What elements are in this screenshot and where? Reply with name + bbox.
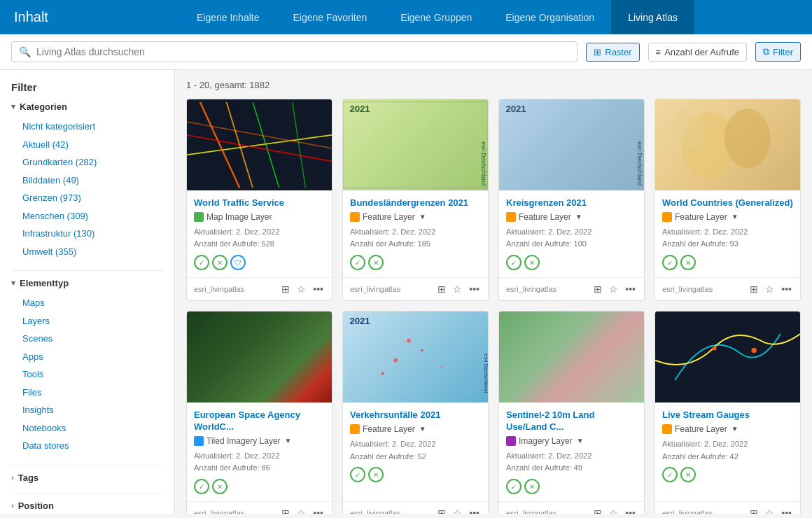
badge-check-2-0: ✓ — [506, 255, 522, 270]
card-add-button-verkehrsunfaelle[interactable]: ⊞ — [436, 506, 447, 514]
card-title-world-countries[interactable]: World Countries (Generalized) — [662, 197, 793, 209]
card-actions-live-stream: ⊞ ☆ ••• — [748, 506, 793, 514]
card-add-button-esa-worldc[interactable]: ⊞ — [280, 506, 291, 514]
card-more-button-world-traffic[interactable]: ••• — [312, 282, 325, 296]
nav-eigene-gruppen[interactable]: Eigene Gruppen — [384, 0, 489, 34]
card-favorite-button-bundeslaender[interactable]: ☆ — [451, 282, 463, 296]
type-dropdown-sentinel[interactable]: ▼ — [577, 437, 584, 444]
card-meta-world-countries: Aktualisiert: 2. Dez. 2022 Anzahl der Au… — [662, 226, 793, 251]
card-actions-bundeslaender: ⊞ ☆ ••• — [436, 282, 481, 296]
card-favorite-button-sentinel[interactable]: ☆ — [608, 506, 620, 514]
card-title-kreisgrenzen[interactable]: Kreisgrenzen 2021 — [506, 197, 637, 209]
type-dropdown-verkehrsunfaelle[interactable]: ▼ — [419, 425, 426, 433]
card-add-button-kreisgrenzen[interactable]: ⊞ — [592, 282, 603, 296]
card-more-button-verkehrsunfaelle[interactable]: ••• — [468, 506, 481, 514]
anzahl-view-button[interactable]: ≡ Anzahl der Aufrufe — [648, 43, 748, 62]
filter-grundkarten[interactable]: Grundkarten (282) — [11, 153, 163, 172]
card-more-button-live-stream[interactable]: ••• — [780, 506, 793, 514]
badge-cross-1-1: ✕ — [368, 255, 384, 270]
type-dropdown-live-stream[interactable]: ▼ — [732, 425, 738, 433]
card-owner-esa-worldc: esri_livingatlas — [194, 509, 244, 514]
card-favorite-button-live-stream[interactable]: ☆ — [764, 506, 776, 514]
card-more-button-bundeslaender[interactable]: ••• — [468, 282, 481, 296]
card-meta-world-traffic: Aktualisiert: 2. Dez. 2022 Anzahl der Au… — [194, 226, 325, 251]
nav-eigene-inhalte[interactable]: Eigene Inhalte — [180, 0, 276, 34]
chevron-right-icon: › — [11, 473, 14, 482]
card-add-button-world-traffic[interactable]: ⊞ — [280, 282, 291, 296]
card-thumb-verkehrsunfaelle: 2021 esri Deutschland — [343, 312, 488, 402]
filter-apps[interactable]: Apps — [11, 348, 163, 366]
elementtyp-header[interactable]: ▾ Elementtyp — [11, 278, 163, 288]
card-favorite-button-world-countries[interactable]: ☆ — [764, 282, 776, 296]
card-title-sentinel[interactable]: Sentinel-2 10m Land Use/Land C... — [506, 410, 637, 433]
svg-rect-9 — [343, 102, 488, 188]
position-header[interactable]: › Position — [11, 500, 163, 511]
type-label-esa-worldc: Tiled Imagery Layer — [206, 436, 281, 446]
svg-text:2021: 2021 — [349, 316, 370, 326]
card-updated-live-stream: Aktualisiert: 2. Dez. 2022 — [662, 438, 793, 451]
type-dropdown-esa-worldc[interactable]: ▼ — [285, 437, 292, 444]
card-more-button-world-countries[interactable]: ••• — [780, 282, 793, 296]
card-favorite-button-esa-worldc[interactable]: ☆ — [295, 506, 307, 514]
filter-tools[interactable]: Tools — [11, 365, 163, 384]
type-label-bundeslaender: Feature Layer — [363, 212, 415, 222]
card-type-bundeslaender: Feature Layer ▼ — [350, 212, 481, 222]
filter-data-stores[interactable]: Data stores — [11, 437, 163, 455]
kategorien-header[interactable]: ▾ Kategorien — [11, 102, 163, 112]
card-badges-world-countries: ✓✕ — [662, 255, 793, 270]
card-title-verkehrsunfaelle[interactable]: Verkehrsunfälle 2021 — [350, 410, 481, 421]
card-title-live-stream[interactable]: Live Stream Gauges — [662, 410, 793, 421]
filter-aktuell[interactable]: Aktuell (42) — [11, 136, 163, 154]
filter-nicht-kategorisiert[interactable]: Nicht kategorisiert — [11, 118, 163, 136]
card-footer-kreisgrenzen: esri_livingatlas ⊞ ☆ ••• — [499, 277, 644, 300]
card-add-button-bundeslaender[interactable]: ⊞ — [436, 282, 447, 296]
card-add-button-sentinel[interactable]: ⊞ — [592, 506, 603, 514]
nav-eigene-organisation[interactable]: Eigene Organisation — [489, 0, 611, 34]
card-title-esa-worldc[interactable]: European Space Agency WorldC... — [194, 410, 325, 433]
card-footer-verkehrsunfaelle: esri_livingatlas ⊞ ☆ ••• — [343, 501, 488, 514]
filter-grenzen[interactable]: Grenzen (973) — [11, 189, 163, 207]
filter-notebooks[interactable]: Notebooks — [11, 419, 163, 438]
filter-bilddaten[interactable]: Bilddaten (49) — [11, 172, 163, 190]
nav-eigene-favoriten[interactable]: Eigene Favoriten — [276, 0, 384, 34]
card-thumb-world-traffic — [187, 99, 332, 190]
filter-scenes[interactable]: Scenes — [11, 330, 163, 348]
card-footer-sentinel: esri_livingatlas ⊞ ☆ ••• — [499, 501, 644, 514]
card-meta-esa-worldc: Aktualisiert: 2. Dez. 2022 Anzahl der Au… — [194, 450, 325, 475]
type-dropdown-bundeslaender[interactable]: ▼ — [419, 213, 426, 220]
filter-files[interactable]: Files — [11, 384, 163, 402]
card-body-verkehrsunfaelle: Verkehrsunfälle 2021 Feature Layer ▼ Akt… — [343, 402, 488, 501]
card-title-world-traffic[interactable]: World Traffic Service — [194, 197, 325, 209]
card-thumb-sentinel — [499, 312, 644, 402]
divider — [11, 270, 163, 271]
filter-button[interactable]: ⧉ Filter — [755, 42, 801, 62]
card-favorite-button-world-traffic[interactable]: ☆ — [295, 282, 307, 296]
type-dropdown-kreisgrenzen[interactable]: ▼ — [575, 213, 582, 220]
card-world-countries: World Countries (Generalized) Feature La… — [654, 99, 801, 301]
nav-living-atlas[interactable]: Living Atlas — [611, 0, 694, 34]
filter-insights[interactable]: Insights — [11, 401, 163, 419]
filter-maps[interactable]: Maps — [11, 294, 163, 312]
tags-header[interactable]: › Tags — [11, 472, 163, 483]
card-more-button-esa-worldc[interactable]: ••• — [312, 506, 325, 514]
filter-layers[interactable]: Layers — [11, 312, 163, 330]
card-more-button-kreisgrenzen[interactable]: ••• — [624, 282, 637, 296]
card-footer-bundeslaender: esri_livingatlas ⊞ ☆ ••• — [343, 277, 488, 300]
search-input[interactable] — [36, 46, 570, 57]
raster-view-button[interactable]: ⊞ Raster — [586, 43, 639, 62]
filter-umwelt[interactable]: Umwelt (355) — [11, 243, 163, 261]
search-input-wrap: 🔍 — [11, 41, 578, 62]
card-favorite-button-kreisgrenzen[interactable]: ☆ — [608, 282, 620, 296]
filter-infrastruktur[interactable]: Infrastruktur (130) — [11, 225, 163, 243]
card-more-button-sentinel[interactable]: ••• — [624, 506, 637, 514]
elementtyp-label: Elementtyp — [20, 278, 69, 288]
card-add-button-live-stream[interactable]: ⊞ — [748, 506, 760, 514]
card-title-bundeslaender[interactable]: Bundesländergrenzen 2021 — [350, 197, 481, 209]
svg-text:esri Deutschland: esri Deutschland — [483, 354, 488, 393]
card-add-button-world-countries[interactable]: ⊞ — [748, 282, 760, 296]
filter-menschen[interactable]: Menschen (309) — [11, 207, 163, 225]
card-favorite-button-verkehrsunfaelle[interactable]: ☆ — [451, 506, 463, 514]
type-dropdown-world-countries[interactable]: ▼ — [732, 213, 738, 220]
filter-section-position: › Position — [11, 500, 163, 511]
card-type-verkehrsunfaelle: Feature Layer ▼ — [350, 424, 481, 434]
